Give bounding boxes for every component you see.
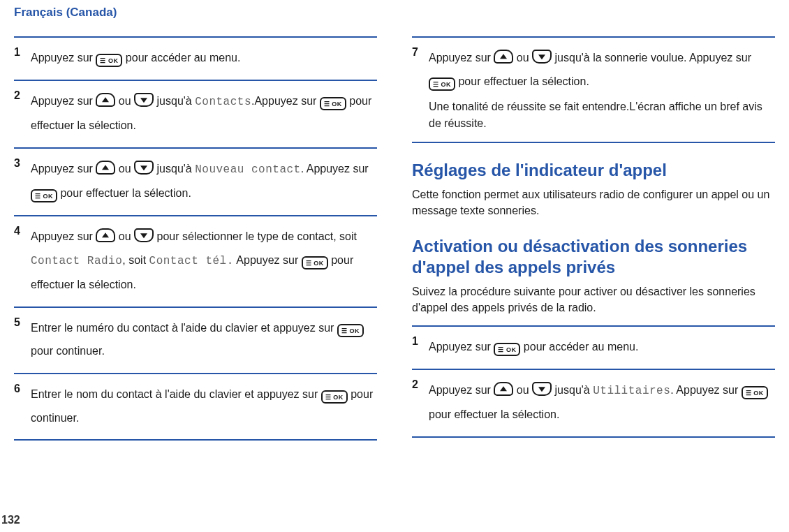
up-button-icon	[96, 161, 115, 175]
up-button-icon	[494, 382, 513, 396]
document-header: Français (Canada)	[14, 0, 775, 24]
menu-label: Contact tél.	[149, 255, 234, 267]
step-number: 6	[14, 383, 22, 429]
step-body: Appuyez sur ou pour sélectionner le type…	[31, 225, 377, 297]
step-body: Entrer le nom du contact à l'aide du cla…	[31, 383, 377, 429]
right-column: 7Appuyez sur ou jusqu'à la sonnerie voul…	[412, 36, 775, 441]
step-body: Appuyez sur ou jusqu'à Nouveau contact. …	[31, 157, 377, 205]
ok-button-icon: OK	[96, 54, 122, 67]
step-row: 6Entrer le nom du contact à l'aide du cl…	[14, 374, 377, 441]
step-body: Appuyez sur OK pour accéder au menu.	[31, 46, 377, 70]
up-button-icon	[494, 50, 513, 64]
down-button-icon	[134, 161, 154, 175]
ok-button-icon: OK	[31, 189, 57, 202]
left-column: 1Appuyez sur OK pour accéder au menu.2Ap…	[14, 36, 377, 441]
step-row: 1Appuyez sur OK pour accéder au menu.	[14, 38, 377, 81]
step-body: Appuyez sur ou jusqu'à la sonnerie voulu…	[429, 46, 775, 132]
step-row: 4Appuyez sur ou pour sélectionner le typ…	[14, 216, 377, 308]
ok-button-icon: OK	[494, 343, 520, 356]
step-body: Appuyez sur ou jusqu'à Utilitaires. Appu…	[429, 378, 775, 427]
section-paragraph: Cette fonction permet aux utilisateurs r…	[412, 186, 775, 219]
menu-label: Nouveau contact	[195, 163, 301, 176]
step-number: 3	[14, 157, 22, 205]
down-button-icon	[134, 93, 154, 107]
step-number: 2	[14, 89, 22, 138]
step-number: 1	[14, 46, 22, 70]
step-body: Entrer le numéro du contact à l'aide du …	[31, 316, 377, 363]
step-body: Appuyez sur OK pour accéder au menu.	[429, 335, 775, 359]
step-number: 7	[412, 46, 420, 132]
step-row: 1Appuyez sur OK pour accéder au menu.	[412, 327, 775, 370]
content-columns: 1Appuyez sur OK pour accéder au menu.2Ap…	[14, 36, 775, 441]
step-row: 2Appuyez sur ou jusqu'à Utilitaires. App…	[412, 370, 775, 438]
section-paragraph: Suivez la procédure suivante pour active…	[412, 283, 775, 316]
step-body: Appuyez sur ou jusqu'à Contacts.Appuyez …	[31, 89, 377, 138]
step-number: 1	[412, 335, 420, 359]
menu-label: Utilitaires	[593, 385, 670, 397]
ok-button-icon: OK	[429, 77, 455, 91]
section-heading-indicator: Réglages de l'indicateur d'appel	[412, 160, 775, 181]
ok-button-icon: OK	[321, 390, 348, 404]
menu-label: Contacts	[195, 96, 251, 108]
menu-label: Contact Radio	[31, 255, 122, 267]
ok-button-icon: OK	[742, 386, 768, 399]
step-number: 5	[14, 316, 22, 363]
up-button-icon	[96, 228, 115, 242]
step-row: 2Appuyez sur ou jusqu'à Contacts.Appuyez…	[14, 81, 377, 149]
up-button-icon	[96, 93, 115, 107]
ok-button-icon: OK	[320, 97, 346, 110]
ok-button-icon: OK	[302, 256, 328, 269]
down-button-icon	[134, 228, 154, 242]
step-row: 5Entrer le numéro du contact à l'aide du…	[14, 308, 377, 374]
section-heading-activation: Activation ou désactivation des sonnerie…	[412, 236, 775, 278]
page-number: 132	[1, 514, 20, 526]
step-number: 2	[412, 378, 420, 427]
down-button-icon	[532, 50, 552, 64]
down-button-icon	[532, 382, 552, 396]
step-row: 7Appuyez sur ou jusqu'à la sonnerie voul…	[412, 38, 775, 143]
step-row: 3Appuyez sur ou jusqu'à Nouveau contact.…	[14, 149, 377, 216]
ok-button-icon: OK	[337, 324, 364, 337]
step-number: 4	[14, 225, 22, 297]
